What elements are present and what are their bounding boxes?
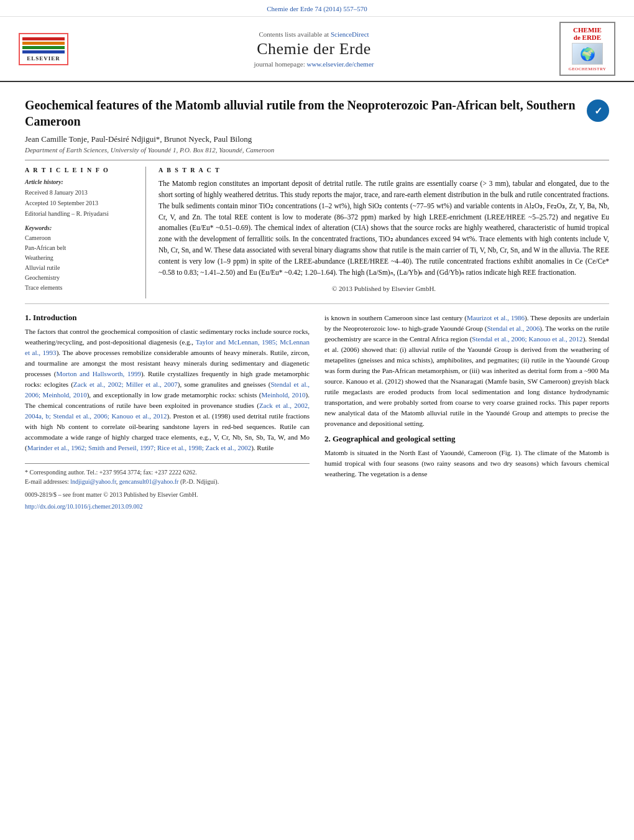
footnote-star: * Corresponding author. Tel.: +237 9954 … <box>25 468 310 477</box>
copyright-line: © 2013 Published by Elsevier GmbH. <box>158 285 609 292</box>
doi-link[interactable]: http://dx.doi.org/10.1016/j.chemer.2013.… <box>25 503 143 510</box>
article-info-col: A R T I C L E I N F O Article history: R… <box>25 167 146 298</box>
body-left-col: 1. Introduction The factors that control… <box>25 313 310 510</box>
abstract-text: The Matomb region constitutes an importa… <box>158 178 609 278</box>
taylor-link[interactable]: Taylor and McLennan, 1985; McLennan et a… <box>25 338 310 356</box>
section2-heading: 2. Geographical and geological setting <box>324 434 609 444</box>
intro-paragraph1: The factors that control the geochemical… <box>25 326 310 454</box>
received-date: Received 8 January 2013 <box>25 189 136 196</box>
email-link2[interactable]: gencansult01@yahoo.fr <box>119 478 179 485</box>
header-middle: Contents lists available at ScienceDirec… <box>75 30 553 68</box>
article-title-section: Geochemical features of the Matomb alluv… <box>25 97 609 129</box>
sciencedirect-link[interactable]: ScienceDirect <box>331 30 369 38</box>
abstract-label: A B S T R A C T <box>158 167 609 173</box>
maurizot-link[interactable]: Maurizot et al., 1986 <box>467 314 525 321</box>
chemie-logo-sub: GEOCHEMISTRY <box>569 67 606 72</box>
journal-bar: Chemie der Erde 74 (2014) 557–570 <box>0 0 634 17</box>
meinhold-link[interactable]: Meinhold, 2010 <box>262 391 306 399</box>
intro-paragraph2: is known in southern Cameroon since last… <box>324 313 609 430</box>
keywords-list: Cameroon Pan-African belt Weathering All… <box>25 233 136 293</box>
email-link1[interactable]: lndjigui@yahoo.fr <box>70 478 116 485</box>
abstract-col: A B S T R A C T The Matomb region consti… <box>158 167 609 298</box>
history-label: Article history: <box>25 178 136 185</box>
journal-homepage-link[interactable]: www.elsevier.de/chemer <box>306 60 374 68</box>
article-info-label: A R T I C L E I N F O <box>25 167 136 173</box>
footnote-section: * Corresponding author. Tel.: +237 9954 … <box>25 463 310 510</box>
zack2-link[interactable]: Zack et al., 2002, 2004a, b; Stendal et … <box>25 402 310 420</box>
elsevier-logo: ELSEVIER <box>19 33 68 65</box>
issn-text: 0009-2819/$ – see front matter © 2013 Pu… <box>25 491 198 498</box>
intro-heading: 1. Introduction <box>25 313 310 323</box>
stendal3-link[interactable]: Stendal et al., 2006; Kanouo et al., 201… <box>472 335 582 343</box>
article-authors: Jean Camille Tonje, Paul-Désiré Ndjigui*… <box>25 134 609 144</box>
keywords-label: Keywords: <box>25 224 136 231</box>
accepted-date: Accepted 10 September 2013 <box>25 200 136 206</box>
contents-line: Contents lists available at ScienceDirec… <box>259 30 369 38</box>
stendal2-link[interactable]: Stendal et al., 2006 <box>487 325 540 332</box>
journal-title: Chemie der Erde <box>257 40 371 58</box>
elsevier-label: ELSEVIER <box>27 55 60 62</box>
body-right-col: is known in southern Cameroon since last… <box>324 313 609 510</box>
chemie-title-line2: de ERDE <box>573 34 602 41</box>
morton-link[interactable]: Morton and Hallsworth, 1999 <box>56 370 140 377</box>
marinder-link[interactable]: Marinder et al., 1962; Smith and Perseil… <box>27 444 251 451</box>
chemie-logo-image <box>572 43 603 65</box>
journal-homepage-line: journal homepage: www.elsevier.de/chemer <box>254 60 374 68</box>
article-title: Geochemical features of the Matomb alluv… <box>25 97 581 129</box>
chemie-logo-box: CHEMIE de ERDE GEOCHEMISTRY <box>559 22 615 76</box>
journal-ref: Chemie der Erde 74 (2014) 557–570 <box>267 5 367 12</box>
editorial-handling: Editorial handling – R. Priyadarsi <box>25 210 136 217</box>
crossmark-badge: ✓ <box>587 99 609 122</box>
article-affiliation: Department of Earth Sciences, University… <box>25 146 609 154</box>
zack-link[interactable]: Zack et al., 2002; Miller et al., 2007 <box>73 381 178 388</box>
footnote-email: E-mail addresses: lndjigui@yahoo.fr, gen… <box>25 477 310 486</box>
header-section: ELSEVIER Contents lists available at Sci… <box>0 17 634 82</box>
chemie-title-line1: CHEMIE <box>573 26 602 34</box>
section2-text: Matomb is situated in the North East of … <box>324 448 609 479</box>
